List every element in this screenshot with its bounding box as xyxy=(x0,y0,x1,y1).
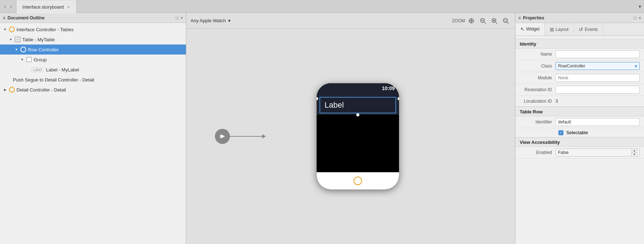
enabled-label: Enabled xyxy=(520,150,556,155)
watch-screen: 10:09 Label xyxy=(317,83,399,172)
events-tab-label: Events xyxy=(585,27,598,32)
watch-scene: 10:09 Label xyxy=(317,83,399,189)
module-row: Module xyxy=(515,72,644,84)
properties-title-label: Properties xyxy=(523,15,544,20)
zoom-actual-button[interactable]: 1:1 xyxy=(501,17,511,25)
tab-nav-buttons: ‹ › xyxy=(0,0,16,13)
zoom-out-button[interactable] xyxy=(478,17,488,25)
enabled-value: False xyxy=(558,150,568,155)
module-label: Module xyxy=(520,75,556,80)
properties-panel: ≡ Properties □ × ↖ Widget ⊞ Layout ↺ Eve… xyxy=(515,13,644,244)
expand-arrow-icon xyxy=(26,67,30,72)
tree-item-label: Push Segue to Detail Controller - Detail xyxy=(13,77,94,83)
tab-dropdown-arrow-icon: ▾ xyxy=(639,4,641,9)
tree-item-label: Row Controller xyxy=(28,47,59,52)
svg-text:1:1: 1:1 xyxy=(504,19,508,22)
identifier-input[interactable] xyxy=(556,118,640,126)
tree-item-push-segue[interactable]: Push Segue to Detail Controller - Detail xyxy=(0,75,186,85)
svg-line-11 xyxy=(507,22,509,24)
main-layout: ≡ Document Outline □ × ▼ Interface Contr… xyxy=(0,13,644,244)
top-tab-bar: ‹ › Interface.storyboard × ▾ xyxy=(0,0,644,13)
tab-label: Interface.storyboard xyxy=(22,4,64,10)
tab-widget[interactable]: ↖ Widget xyxy=(515,23,545,36)
table-row-section-label: Table Row xyxy=(520,109,543,114)
class-select-arrow-icon: ▾ xyxy=(635,63,637,69)
expand-arrow-icon: ▼ xyxy=(14,47,19,52)
tab-close-button[interactable]: × xyxy=(67,5,71,10)
outline-panel-title: ≡ Document Outline xyxy=(3,15,44,20)
selectable-row: ✓ Selectable xyxy=(515,128,644,137)
tree-item-table-mytable[interactable]: ▼ Table - MyTable xyxy=(0,34,186,44)
tree-item-label-mylabel[interactable]: Label Label - MyLabel xyxy=(0,65,186,75)
handle-right-top xyxy=(397,97,399,100)
square-icon xyxy=(26,56,32,63)
table-icon xyxy=(14,36,21,43)
zoom-in-button[interactable] xyxy=(489,17,499,25)
class-select[interactable]: RowController ▾ xyxy=(556,62,640,70)
device-label: Any Apple Watch xyxy=(191,18,226,23)
watch-label-element[interactable]: Label xyxy=(319,97,396,113)
stepper-up-button[interactable]: ▲ xyxy=(632,149,637,153)
props-minimize-button[interactable]: □ xyxy=(634,15,636,20)
class-label: Class xyxy=(520,64,556,69)
zoom-label: ZOOM xyxy=(452,18,465,23)
tab-layout[interactable]: ⊞ Layout xyxy=(545,23,574,36)
canvas-panel: Any Apple Watch ▾ ZOOM xyxy=(186,13,515,244)
expand-arrow-icon: ▶ xyxy=(3,88,7,92)
outline-title-label: Document Outline xyxy=(8,15,44,20)
segue-arrow xyxy=(215,129,266,144)
name-input[interactable] xyxy=(556,50,640,58)
outline-minimize-button[interactable]: □ xyxy=(176,15,178,20)
enabled-stepper[interactable]: ▲ ▼ xyxy=(631,149,637,156)
properties-panel-title: ≡ Properties xyxy=(518,15,544,20)
module-input[interactable] xyxy=(556,74,640,82)
forward-button[interactable]: › xyxy=(9,3,14,10)
restoration-label: Restoration ID xyxy=(520,87,556,92)
class-value: RowController xyxy=(558,64,585,69)
watch-bottom xyxy=(317,172,399,189)
stepper-down-button[interactable]: ▼ xyxy=(632,153,637,156)
restoration-input[interactable] xyxy=(556,86,640,94)
handle-bottom-center xyxy=(356,113,360,117)
expand-arrow-icon: ▼ xyxy=(20,57,24,62)
handle-left-top xyxy=(317,97,318,100)
active-tab[interactable]: Interface.storyboard × xyxy=(16,0,77,14)
tree-item-label: Table - MyTable xyxy=(22,37,55,42)
properties-title-bar: ≡ Properties □ × xyxy=(515,13,644,23)
tree-item-group[interactable]: ▼ Group xyxy=(0,55,186,65)
identity-section-label: Identity xyxy=(520,41,536,47)
outline-panel-controls: □ × xyxy=(176,15,183,20)
zoom-fit-button[interactable] xyxy=(466,17,476,25)
device-selector[interactable]: Any Apple Watch ▾ xyxy=(191,18,231,23)
props-close-button[interactable]: × xyxy=(639,15,641,20)
zoom-controls: ZOOM xyxy=(452,17,511,25)
outline-close-button[interactable]: × xyxy=(181,15,183,20)
outline-title-bar: ≡ Document Outline □ × xyxy=(0,13,186,23)
selectable-checkbox[interactable]: ✓ xyxy=(558,130,563,135)
tab-events[interactable]: ↺ Events xyxy=(574,23,603,36)
tree-item-label: Detail Controller - Detail xyxy=(16,87,66,93)
properties-content: Identity Name Class RowController ▾ Modu… xyxy=(515,36,644,244)
svg-line-7 xyxy=(496,22,497,24)
watch-bottom-icon xyxy=(354,177,362,185)
canvas-toolbar: Any Apple Watch ▾ ZOOM xyxy=(186,13,515,29)
expand-arrow-icon: ▼ xyxy=(9,37,13,42)
canvas-area[interactable]: 10:09 Label xyxy=(186,29,515,244)
enabled-select[interactable]: False ▲ ▼ xyxy=(556,149,640,156)
segue-line xyxy=(230,134,266,139)
watch-black-area xyxy=(317,115,399,172)
tab-dropdown-button[interactable]: ▾ xyxy=(636,0,644,13)
segue-node-icon xyxy=(215,129,230,144)
properties-icon: ≡ xyxy=(518,15,521,20)
watch-device-main[interactable]: 10:09 Label xyxy=(317,83,399,189)
outline-icon: ≡ xyxy=(3,15,5,20)
tree-item-detail-controller[interactable]: ▶ Detail Controller - Detail xyxy=(0,85,186,95)
tree-item-row-controller[interactable]: ▼ Row Controller xyxy=(0,44,186,55)
back-button[interactable]: ‹ xyxy=(3,3,8,10)
widget-tab-icon: ↖ xyxy=(520,26,525,32)
localization-row: Localization ID 3 xyxy=(515,96,644,107)
tree-item-label: Label - MyLabel xyxy=(46,67,79,72)
accessibility-section-label: View Accessibility xyxy=(520,140,560,145)
localization-label: Localization ID xyxy=(520,99,556,104)
tree-item-interface-controller[interactable]: ▼ Interface Controller - Tables xyxy=(0,24,186,34)
